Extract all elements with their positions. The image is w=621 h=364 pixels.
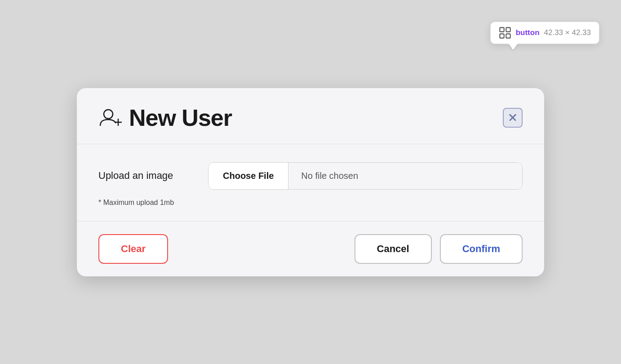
cancel-button[interactable]: Cancel [355,234,432,264]
header-left: New User [98,104,232,131]
grid-icon [499,27,511,39]
clear-button[interactable]: Clear [98,234,168,264]
tooltip: button 42.33 × 42.33 [490,22,599,44]
user-add-icon [98,106,122,129]
tooltip-type: button [516,28,540,37]
dialog-header: New User [77,88,544,144]
confirm-button[interactable]: Confirm [440,234,523,264]
upload-label: Upload an image [98,170,197,182]
dialog-title: New User [129,104,232,131]
footer-right: Cancel Confirm [355,234,523,264]
svg-rect-0 [500,27,504,31]
svg-rect-2 [500,34,504,38]
new-user-dialog: New User Upload an image Choose File No … [77,88,544,276]
upload-note: * Maximum upload 1mb [98,199,523,207]
svg-rect-1 [506,27,510,31]
svg-point-4 [104,110,113,119]
no-file-text: No file chosen [288,163,522,189]
upload-row: Upload an image Choose File No file chos… [98,162,523,190]
choose-file-button[interactable]: Choose File [208,163,288,189]
file-input-wrapper: Choose File No file chosen [208,162,523,190]
dialog-body: Upload an image Choose File No file chos… [77,144,544,222]
svg-rect-3 [506,34,510,38]
tooltip-arrow [509,44,518,50]
tooltip-dimensions: 42.33 × 42.33 [544,28,591,37]
dialog-footer: Clear Cancel Confirm [77,222,544,276]
close-button[interactable] [503,108,523,128]
